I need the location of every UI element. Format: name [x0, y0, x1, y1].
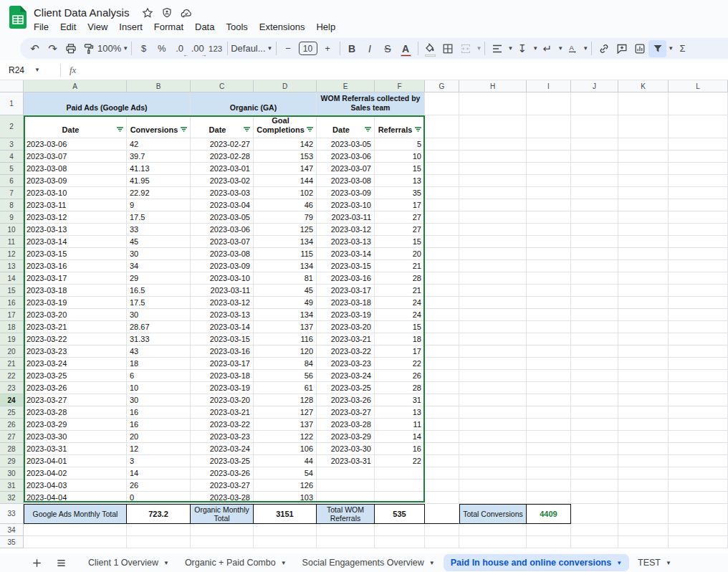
chevron-down-icon[interactable]: ▼	[163, 560, 169, 566]
cell-C8[interactable]: 2023-03-04	[191, 199, 254, 211]
column-header-J[interactable]: J	[571, 80, 618, 92]
column-header-D[interactable]: D	[254, 80, 317, 92]
cell-K15[interactable]	[618, 285, 669, 297]
column-header-G[interactable]: G	[425, 80, 459, 92]
cell-C15[interactable]: 2023-03-11	[191, 285, 254, 297]
cell-C20[interactable]: 2023-03-16	[191, 345, 254, 358]
cell-L9[interactable]	[669, 211, 728, 224]
cell-D26[interactable]: 137	[254, 419, 317, 431]
row-header-5[interactable]: 5	[0, 163, 24, 175]
cell-D16[interactable]: 49	[254, 297, 317, 309]
chevron-down-icon[interactable]: ▼	[476, 45, 482, 52]
cell-F27[interactable]: 14	[375, 431, 425, 443]
cell-E25[interactable]: 2023-03-27	[317, 406, 375, 419]
filter-header-C2[interactable]: Date	[191, 115, 254, 138]
cell-K35[interactable]	[618, 536, 669, 548]
row-header-20[interactable]: 20	[0, 345, 24, 358]
cell-D27[interactable]: 122	[254, 431, 317, 443]
cell-B29[interactable]: 3	[127, 455, 191, 467]
cell-C4[interactable]: 2023-02-28	[191, 151, 254, 163]
cell-D15[interactable]: 45	[254, 285, 317, 297]
cell-A17[interactable]: 2023-03-20	[24, 309, 127, 321]
cell-A26[interactable]: 2023-03-29	[24, 419, 127, 431]
cell-E12[interactable]: 2023-03-14	[317, 248, 375, 260]
cell-L10[interactable]	[669, 224, 728, 236]
chevron-down-icon[interactable]: ▼	[532, 45, 538, 52]
cell-H10[interactable]	[459, 224, 527, 236]
cell-E18[interactable]: 2023-03-20	[317, 321, 375, 333]
cell-B8[interactable]: 9	[127, 199, 191, 211]
cell-I6[interactable]	[527, 175, 571, 187]
cell-L19[interactable]	[669, 333, 728, 345]
cell-J11[interactable]	[571, 236, 618, 248]
cell-L28[interactable]	[669, 443, 728, 455]
cell-I8[interactable]	[527, 199, 571, 211]
cell-A32[interactable]: 2023-04-04	[24, 492, 127, 504]
cell-C22[interactable]: 2023-03-18	[191, 370, 254, 382]
font-size-input[interactable]: 10	[299, 42, 317, 55]
cell-J16[interactable]	[571, 297, 618, 309]
cell-D7[interactable]: 102	[254, 187, 317, 199]
cell-C26[interactable]: 2023-03-22	[191, 419, 254, 431]
print-icon[interactable]	[62, 40, 80, 57]
cell-H19[interactable]	[459, 333, 527, 345]
cell-A4[interactable]: 2023-03-07	[24, 151, 127, 163]
cell-K12[interactable]	[618, 248, 669, 260]
decrease-decimals-icon[interactable]: .0←	[171, 40, 188, 57]
cell-I1[interactable]	[527, 92, 571, 115]
cell-I12[interactable]	[527, 248, 571, 260]
cell-I17[interactable]	[527, 309, 571, 321]
cell-I16[interactable]	[527, 297, 571, 309]
cell-H29[interactable]	[459, 455, 527, 467]
cell-B22[interactable]: 6	[127, 370, 191, 382]
cell-L25[interactable]	[669, 406, 728, 419]
group-header-1[interactable]: Paid Ads (Google Ads)	[24, 92, 191, 115]
cell-J23[interactable]	[571, 382, 618, 394]
cell-D14[interactable]: 81	[254, 272, 317, 285]
cell-B34[interactable]	[127, 524, 191, 536]
cell-J33[interactable]	[571, 504, 618, 524]
cell-J32[interactable]	[571, 492, 618, 504]
column-header-I[interactable]: I	[527, 80, 571, 92]
cell-C10[interactable]: 2023-03-06	[191, 224, 254, 236]
cell-G11[interactable]	[425, 236, 459, 248]
cell-J4[interactable]	[571, 151, 618, 163]
cell-A10[interactable]: 2023-03-13	[24, 224, 127, 236]
cell-G31[interactable]	[425, 480, 459, 492]
cell-B35[interactable]	[127, 536, 191, 548]
sheet-tab-paid-in-house-and-online-conversions[interactable]: Paid In house and online conversions▼	[444, 554, 629, 571]
cell-I30[interactable]	[527, 467, 571, 480]
cell-B6[interactable]: 41.95	[127, 175, 191, 187]
menu-data[interactable]: Data	[189, 20, 220, 34]
cell-B7[interactable]: 22.92	[127, 187, 191, 199]
cell-I22[interactable]	[527, 370, 571, 382]
cell-E34[interactable]	[317, 524, 375, 536]
cell-K34[interactable]	[618, 524, 669, 536]
cell-L18[interactable]	[669, 321, 728, 333]
cell-A34[interactable]	[24, 524, 127, 536]
cell-F13[interactable]: 21	[375, 260, 425, 272]
cell-B11[interactable]: 45	[127, 236, 191, 248]
cell-K32[interactable]	[618, 492, 669, 504]
menu-insert[interactable]: Insert	[113, 20, 148, 34]
cell-L26[interactable]	[669, 419, 728, 431]
cell-K2[interactable]	[618, 115, 669, 138]
cell-C25[interactable]: 2023-03-21	[191, 406, 254, 419]
row-header-34[interactable]: 34	[0, 524, 24, 536]
menu-format[interactable]: Format	[148, 20, 189, 34]
row-header-21[interactable]: 21	[0, 358, 24, 370]
cell-I34[interactable]	[527, 524, 571, 536]
cell-C16[interactable]: 2023-03-12	[191, 297, 254, 309]
cell-D18[interactable]: 137	[254, 321, 317, 333]
cell-K13[interactable]	[618, 260, 669, 272]
cell-A3[interactable]: 2023-03-06	[24, 138, 127, 151]
font-size-increase-button[interactable]: +	[319, 40, 337, 57]
cell-K14[interactable]	[618, 272, 669, 285]
cell-K20[interactable]	[618, 345, 669, 358]
zoom-select[interactable]: 100%	[97, 40, 121, 57]
row-header-11[interactable]: 11	[0, 236, 24, 248]
row-header-12[interactable]: 12	[0, 248, 24, 260]
cell-A7[interactable]: 2023-03-10	[24, 187, 127, 199]
cell-E13[interactable]: 2023-03-15	[317, 260, 375, 272]
cell-E14[interactable]: 2023-03-16	[317, 272, 375, 285]
